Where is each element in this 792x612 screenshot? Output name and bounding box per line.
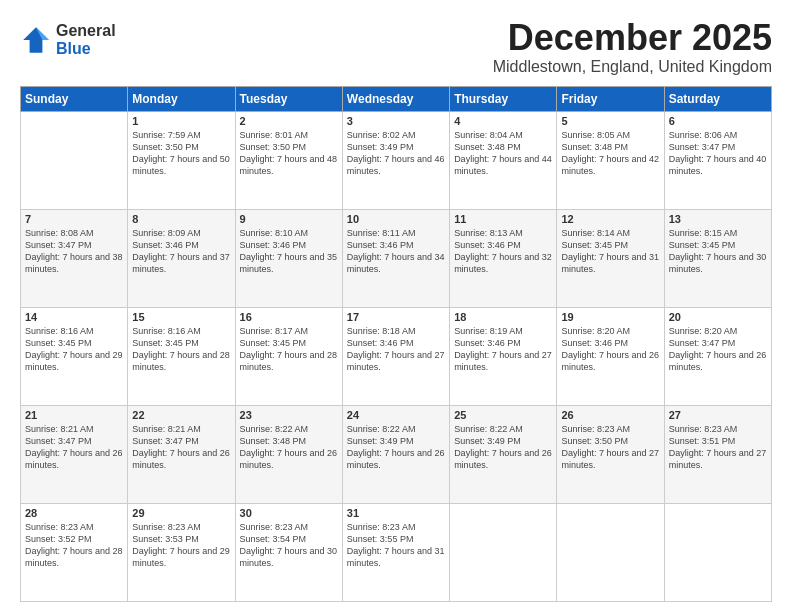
day-number: 18 xyxy=(454,311,552,323)
day-number: 12 xyxy=(561,213,659,225)
cell-content: Sunrise: 8:23 AMSunset: 3:54 PMDaylight:… xyxy=(240,522,338,568)
day-number: 20 xyxy=(669,311,767,323)
table-row: 20Sunrise: 8:20 AMSunset: 3:47 PMDayligh… xyxy=(664,307,771,405)
day-number: 15 xyxy=(132,311,230,323)
table-row xyxy=(450,503,557,601)
cell-content: Sunrise: 8:19 AMSunset: 3:46 PMDaylight:… xyxy=(454,326,552,372)
day-number: 23 xyxy=(240,409,338,421)
table-row: 1Sunrise: 7:59 AMSunset: 3:50 PMDaylight… xyxy=(128,111,235,209)
cell-content: Sunrise: 8:23 AMSunset: 3:52 PMDaylight:… xyxy=(25,522,123,568)
location: Middlestown, England, United Kingdom xyxy=(493,58,772,76)
table-row: 24Sunrise: 8:22 AMSunset: 3:49 PMDayligh… xyxy=(342,405,449,503)
cell-content: Sunrise: 8:14 AMSunset: 3:45 PMDaylight:… xyxy=(561,228,659,274)
day-number: 3 xyxy=(347,115,445,127)
logo-text: General Blue xyxy=(56,22,116,57)
month-title: December 2025 xyxy=(493,18,772,58)
cell-content: Sunrise: 8:22 AMSunset: 3:48 PMDaylight:… xyxy=(240,424,338,470)
table-row: 14Sunrise: 8:16 AMSunset: 3:45 PMDayligh… xyxy=(21,307,128,405)
cell-content: Sunrise: 8:20 AMSunset: 3:46 PMDaylight:… xyxy=(561,326,659,372)
table-row: 3Sunrise: 8:02 AMSunset: 3:49 PMDaylight… xyxy=(342,111,449,209)
header: General Blue December 2025 Middlestown, … xyxy=(20,18,772,76)
cell-content: Sunrise: 8:21 AMSunset: 3:47 PMDaylight:… xyxy=(25,424,123,470)
table-row: 17Sunrise: 8:18 AMSunset: 3:46 PMDayligh… xyxy=(342,307,449,405)
day-number: 27 xyxy=(669,409,767,421)
title-block: December 2025 Middlestown, England, Unit… xyxy=(493,18,772,76)
day-number: 2 xyxy=(240,115,338,127)
th-tuesday: Tuesday xyxy=(235,86,342,111)
th-wednesday: Wednesday xyxy=(342,86,449,111)
table-row: 22Sunrise: 8:21 AMSunset: 3:47 PMDayligh… xyxy=(128,405,235,503)
cell-content: Sunrise: 8:22 AMSunset: 3:49 PMDaylight:… xyxy=(454,424,552,470)
table-row: 10Sunrise: 8:11 AMSunset: 3:46 PMDayligh… xyxy=(342,209,449,307)
table-row: 12Sunrise: 8:14 AMSunset: 3:45 PMDayligh… xyxy=(557,209,664,307)
logo: General Blue xyxy=(20,22,116,57)
day-number: 24 xyxy=(347,409,445,421)
th-sunday: Sunday xyxy=(21,86,128,111)
day-number: 6 xyxy=(669,115,767,127)
cell-content: Sunrise: 8:23 AMSunset: 3:55 PMDaylight:… xyxy=(347,522,445,568)
cell-content: Sunrise: 8:23 AMSunset: 3:51 PMDaylight:… xyxy=(669,424,767,470)
logo-blue-text: Blue xyxy=(56,40,116,58)
day-number: 13 xyxy=(669,213,767,225)
table-row: 16Sunrise: 8:17 AMSunset: 3:45 PMDayligh… xyxy=(235,307,342,405)
table-row: 21Sunrise: 8:21 AMSunset: 3:47 PMDayligh… xyxy=(21,405,128,503)
table-row xyxy=(664,503,771,601)
cell-content: Sunrise: 8:22 AMSunset: 3:49 PMDaylight:… xyxy=(347,424,445,470)
cell-content: Sunrise: 8:21 AMSunset: 3:47 PMDaylight:… xyxy=(132,424,230,470)
day-number: 28 xyxy=(25,507,123,519)
cell-content: Sunrise: 8:16 AMSunset: 3:45 PMDaylight:… xyxy=(132,326,230,372)
day-number: 11 xyxy=(454,213,552,225)
day-number: 21 xyxy=(25,409,123,421)
cell-content: Sunrise: 8:02 AMSunset: 3:49 PMDaylight:… xyxy=(347,130,445,176)
table-row: 5Sunrise: 8:05 AMSunset: 3:48 PMDaylight… xyxy=(557,111,664,209)
cell-content: Sunrise: 8:15 AMSunset: 3:45 PMDaylight:… xyxy=(669,228,767,274)
table-row: 2Sunrise: 8:01 AMSunset: 3:50 PMDaylight… xyxy=(235,111,342,209)
table-row: 7Sunrise: 8:08 AMSunset: 3:47 PMDaylight… xyxy=(21,209,128,307)
day-number: 4 xyxy=(454,115,552,127)
table-row xyxy=(557,503,664,601)
cell-content: Sunrise: 8:13 AMSunset: 3:46 PMDaylight:… xyxy=(454,228,552,274)
table-row xyxy=(21,111,128,209)
table-row: 29Sunrise: 8:23 AMSunset: 3:53 PMDayligh… xyxy=(128,503,235,601)
table-row: 15Sunrise: 8:16 AMSunset: 3:45 PMDayligh… xyxy=(128,307,235,405)
day-number: 14 xyxy=(25,311,123,323)
header-row: Sunday Monday Tuesday Wednesday Thursday… xyxy=(21,86,772,111)
table-row: 30Sunrise: 8:23 AMSunset: 3:54 PMDayligh… xyxy=(235,503,342,601)
cell-content: Sunrise: 8:01 AMSunset: 3:50 PMDaylight:… xyxy=(240,130,338,176)
table-row: 28Sunrise: 8:23 AMSunset: 3:52 PMDayligh… xyxy=(21,503,128,601)
table-row: 9Sunrise: 8:10 AMSunset: 3:46 PMDaylight… xyxy=(235,209,342,307)
day-number: 9 xyxy=(240,213,338,225)
day-number: 5 xyxy=(561,115,659,127)
cell-content: Sunrise: 8:16 AMSunset: 3:45 PMDaylight:… xyxy=(25,326,123,372)
day-number: 30 xyxy=(240,507,338,519)
th-monday: Monday xyxy=(128,86,235,111)
logo-icon xyxy=(20,24,52,56)
cell-content: Sunrise: 8:23 AMSunset: 3:50 PMDaylight:… xyxy=(561,424,659,470)
table-row: 11Sunrise: 8:13 AMSunset: 3:46 PMDayligh… xyxy=(450,209,557,307)
cell-content: Sunrise: 8:11 AMSunset: 3:46 PMDaylight:… xyxy=(347,228,445,274)
cell-content: Sunrise: 8:09 AMSunset: 3:46 PMDaylight:… xyxy=(132,228,230,274)
cell-content: Sunrise: 8:23 AMSunset: 3:53 PMDaylight:… xyxy=(132,522,230,568)
day-number: 16 xyxy=(240,311,338,323)
day-number: 25 xyxy=(454,409,552,421)
calendar-table: Sunday Monday Tuesday Wednesday Thursday… xyxy=(20,86,772,602)
table-row: 13Sunrise: 8:15 AMSunset: 3:45 PMDayligh… xyxy=(664,209,771,307)
day-number: 19 xyxy=(561,311,659,323)
th-thursday: Thursday xyxy=(450,86,557,111)
table-row: 27Sunrise: 8:23 AMSunset: 3:51 PMDayligh… xyxy=(664,405,771,503)
table-row: 6Sunrise: 8:06 AMSunset: 3:47 PMDaylight… xyxy=(664,111,771,209)
cell-content: Sunrise: 8:10 AMSunset: 3:46 PMDaylight:… xyxy=(240,228,338,274)
cell-content: Sunrise: 8:04 AMSunset: 3:48 PMDaylight:… xyxy=(454,130,552,176)
th-friday: Friday xyxy=(557,86,664,111)
cell-content: Sunrise: 8:06 AMSunset: 3:47 PMDaylight:… xyxy=(669,130,767,176)
logo-general-text: General xyxy=(56,22,116,40)
table-row: 18Sunrise: 8:19 AMSunset: 3:46 PMDayligh… xyxy=(450,307,557,405)
table-row: 4Sunrise: 8:04 AMSunset: 3:48 PMDaylight… xyxy=(450,111,557,209)
day-number: 26 xyxy=(561,409,659,421)
day-number: 1 xyxy=(132,115,230,127)
cell-content: Sunrise: 8:08 AMSunset: 3:47 PMDaylight:… xyxy=(25,228,123,274)
cell-content: Sunrise: 8:18 AMSunset: 3:46 PMDaylight:… xyxy=(347,326,445,372)
th-saturday: Saturday xyxy=(664,86,771,111)
day-number: 10 xyxy=(347,213,445,225)
table-row: 23Sunrise: 8:22 AMSunset: 3:48 PMDayligh… xyxy=(235,405,342,503)
